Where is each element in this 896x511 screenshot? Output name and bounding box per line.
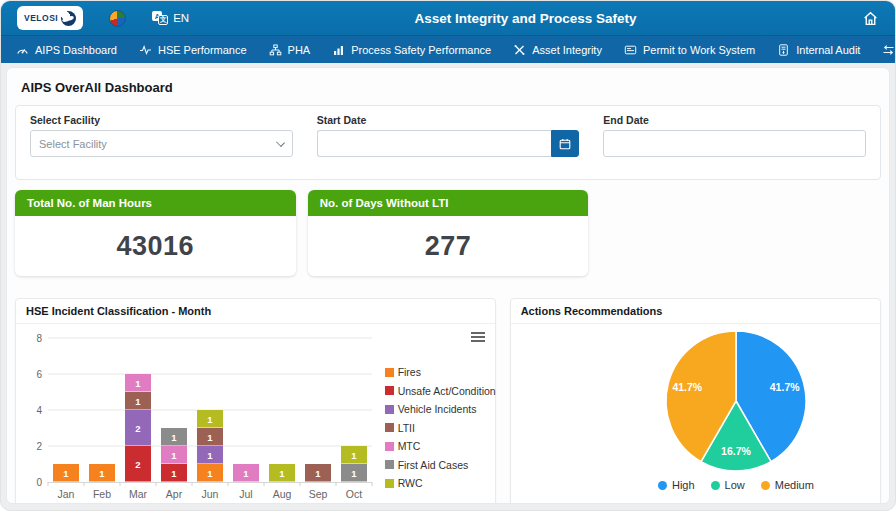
calendar-icon [559,138,571,150]
permit-card-icon [624,44,637,56]
sitemap-icon [269,44,282,56]
legend-item-mtc[interactable]: MTC [385,440,491,452]
legend-dot [761,481,770,490]
legend-dot [711,481,720,490]
legend-item-low[interactable]: Low [711,479,745,491]
nav-item-asset-integrity[interactable]: Asset Integrity [502,36,613,63]
svg-text:2: 2 [135,423,140,434]
velosi-logo[interactable]: VELOSI [17,6,83,30]
globe-icon [109,10,126,27]
nav-item-label: Asset Integrity [532,44,602,56]
legend-item-rwc[interactable]: RWC [385,477,491,489]
svg-text:Jun: Jun [202,488,219,500]
legend-dot [658,481,667,490]
kpi-value: 43016 [117,231,195,262]
legend-label: First Aid Cases [398,459,469,471]
svg-text:1: 1 [171,468,177,479]
kpi-title: Total No. of Man Hours [15,190,296,216]
svg-text:Jul: Jul [239,488,252,500]
language-switcher[interactable]: A文 EN [152,11,189,25]
svg-text:1: 1 [207,450,213,461]
legend-item-vehicle-incidents[interactable]: Vehicle Incidents [385,403,491,415]
svg-text:1: 1 [207,432,213,443]
svg-text:41.7%: 41.7% [672,381,702,393]
exchange-arrows-icon [882,44,895,56]
legend-label: High [672,479,695,491]
nav-item-aips-dashboard[interactable]: AIPS Dashboard [5,36,128,63]
facility-field: Select Facility Select Facility [30,114,293,157]
svg-text:0: 0 [36,477,42,488]
translate-icon: A文 [152,11,168,25]
language-label: EN [173,12,189,24]
pie-chart-title: Actions Recommendations [511,299,880,324]
legend-swatch [385,405,394,414]
bar-chart-legend: FiresUnsafe Act/ConditionVehicle Inciden… [385,366,491,496]
legend-label: RWC [398,477,423,489]
app-title: Asset Integrity and Process Safety [189,11,862,26]
nav-item-internal-audit[interactable]: Internal Audit [766,36,871,63]
svg-text:1: 1 [207,468,213,479]
pie-chart-svg: 41.7%16.7%41.7% [661,325,811,477]
nav-item-hse-performance[interactable]: HSE Performance [128,36,258,63]
svg-text:8: 8 [36,333,42,344]
audit-doc-icon [777,44,790,56]
svg-text:41.7%: 41.7% [770,381,800,393]
nav-item-management-of-change[interactable]: Management of Change [871,36,896,63]
legend-swatch [385,442,394,451]
start-date-input[interactable] [317,130,551,157]
legend-item-first-aid-cases[interactable]: First Aid Cases [385,459,491,471]
svg-text:Apr: Apr [166,488,183,500]
svg-text:1: 1 [315,468,321,479]
legend-item-unsafe-act-condition[interactable]: Unsafe Act/Condition [385,385,491,397]
legend-label: Vehicle Incidents [398,403,477,415]
legend-item-high[interactable]: High [658,479,695,491]
svg-text:4: 4 [36,405,42,416]
chart-context-menu-icon[interactable] [471,330,485,344]
activity-icon [139,44,152,56]
kpi-card-days-without-lti: No. of Days Without LTI 277 [308,190,589,276]
svg-text:6: 6 [36,369,42,380]
facility-select[interactable]: Select Facility [30,130,293,157]
pie-chart-legend: HighLowMedium [658,479,814,491]
svg-text:Aug: Aug [273,488,292,500]
velosi-logo-mark-icon [61,11,76,26]
svg-text:1: 1 [135,396,141,407]
legend-label: Low [725,479,745,491]
svg-text:1: 1 [207,414,213,425]
svg-text:1: 1 [171,432,177,443]
bar-chart-icon [332,44,345,56]
dashboard-icon [16,44,29,56]
facility-select-placeholder: Select Facility [39,138,107,150]
pie-chart: 41.7%16.7%41.7% HighLowMedium [599,325,872,504]
nav-item-label: PHA [288,44,311,56]
nav-item-label: Process Safety Performance [351,44,491,56]
svg-text:16.7%: 16.7% [721,445,751,457]
legend-item-ltii[interactable]: LTII [385,422,491,434]
legend-swatch [385,423,394,432]
nav-item-permit-to-work-system[interactable]: Permit to Work System [613,36,766,63]
legend-label: Fires [398,366,421,378]
tools-icon [513,44,526,56]
svg-text:1: 1 [171,450,177,461]
nav-item-process-safety-performance[interactable]: Process Safety Performance [321,36,502,63]
home-icon[interactable] [862,10,879,27]
legend-item-medium[interactable]: Medium [761,479,814,491]
legend-swatch [385,368,394,377]
legend-item-fires[interactable]: Fires [385,366,491,378]
hse-incident-chart-card: HSE Incident Classification - Month 0246… [15,298,496,504]
legend-label: Medium [775,479,814,491]
end-date-label: End Date [603,114,866,126]
svg-text:1: 1 [351,468,357,479]
start-date-calendar-button[interactable] [551,130,580,157]
svg-text:1: 1 [99,468,105,479]
nav-item-label: AIPS Dashboard [35,44,117,56]
main-panel: AIPS OverAll Dashboard Select Facility S… [6,67,890,504]
svg-text:Oct: Oct [346,488,362,500]
bar-chart: 02468Jan1Feb1Mar2211Apr111Jun1111Jul1Aug… [16,324,495,504]
kpi-value: 277 [425,231,472,262]
nav-item-pha[interactable]: PHA [258,36,322,63]
nav-item-label: Permit to Work System [643,44,755,56]
kpi-title: No. of Days Without LTI [308,190,589,216]
legend-label: MTC [398,440,421,452]
end-date-input[interactable] [603,130,866,157]
